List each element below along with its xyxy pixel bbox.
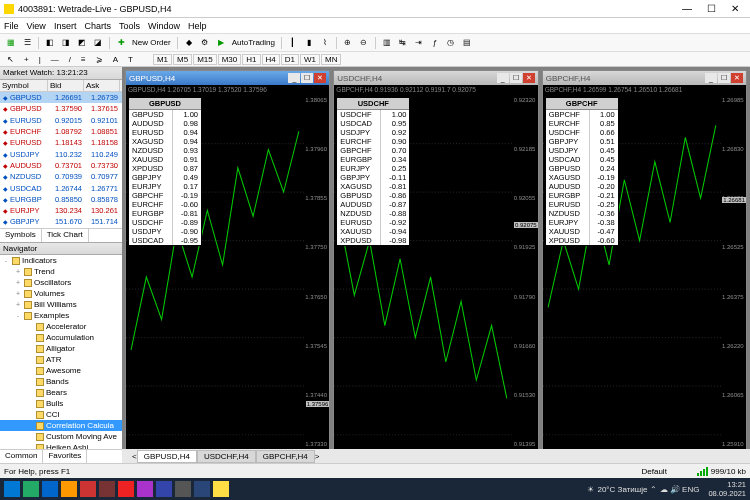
- timeframe-M1[interactable]: M1: [153, 54, 172, 65]
- minimize-button[interactable]: —: [676, 2, 698, 16]
- vline-icon[interactable]: |: [36, 55, 44, 64]
- nav-item[interactable]: Awesome: [0, 365, 122, 376]
- nav-item[interactable]: Accumulation: [0, 332, 122, 343]
- options-icon[interactable]: ⚙: [198, 36, 212, 50]
- timeframe-W1[interactable]: W1: [300, 54, 320, 65]
- market-watch-row[interactable]: EURUSD0.920150.92101: [0, 115, 122, 126]
- terminal-icon[interactable]: ◪: [91, 36, 105, 50]
- line-chart-icon[interactable]: ⌇: [318, 36, 332, 50]
- data-window-icon[interactable]: ◨: [59, 36, 73, 50]
- tray-icons[interactable]: ⌃ ☁ 🔊 ENG: [650, 485, 699, 494]
- bar-chart-icon[interactable]: ┃: [286, 36, 300, 50]
- chart-min-icon[interactable]: _: [288, 73, 300, 83]
- task-icon[interactable]: [23, 481, 39, 497]
- nav-item[interactable]: ATR: [0, 354, 122, 365]
- timeframe-M30[interactable]: M30: [218, 54, 242, 65]
- taskbar-clock[interactable]: 13:2108.09.2021: [708, 480, 746, 498]
- task-icon[interactable]: [61, 481, 77, 497]
- chart-max-icon[interactable]: ☐: [301, 73, 313, 83]
- chart-close-icon[interactable]: ✕: [523, 73, 535, 83]
- task-icon[interactable]: [42, 481, 58, 497]
- nav-item[interactable]: -Examples: [0, 310, 122, 321]
- new-order-button[interactable]: New Order: [130, 38, 173, 47]
- chart-min-icon[interactable]: _: [705, 73, 717, 83]
- task-icon[interactable]: [99, 481, 115, 497]
- tab-common[interactable]: Common: [0, 450, 43, 463]
- chart-close-icon[interactable]: ✕: [314, 73, 326, 83]
- crosshair-icon[interactable]: +: [21, 55, 32, 64]
- chart-tab[interactable]: GBPUSD,H4: [137, 450, 197, 463]
- nav-item[interactable]: +Trend: [0, 266, 122, 277]
- chart-header[interactable]: USDCHF,H4_☐✕: [334, 71, 537, 85]
- market-watch-row[interactable]: USDJPY110.232110.249: [0, 148, 122, 159]
- candle-chart-icon[interactable]: ▮: [302, 36, 316, 50]
- timeframe-D1[interactable]: D1: [281, 54, 299, 65]
- nav-item[interactable]: CCI: [0, 409, 122, 420]
- nav-item[interactable]: +Bill Williams: [0, 299, 122, 310]
- trendline-icon[interactable]: /: [66, 55, 74, 64]
- nav-item[interactable]: -Indicators: [0, 255, 122, 266]
- start-button[interactable]: [4, 481, 20, 497]
- nav-item[interactable]: Custom Moving Ave: [0, 431, 122, 442]
- nav-item[interactable]: Accelerator: [0, 321, 122, 332]
- scroll-icon[interactable]: ⇥: [412, 36, 426, 50]
- new-order-icon[interactable]: ✚: [114, 36, 128, 50]
- timeframe-MN[interactable]: MN: [321, 54, 341, 65]
- menu-window[interactable]: Window: [148, 21, 180, 31]
- nav-item[interactable]: Correlation Calcula: [0, 420, 122, 431]
- chart-window[interactable]: GBPCHF,H4_☐✕ GBPCHF,H4 1.26599 1.26754 1…: [542, 70, 747, 460]
- chart-header[interactable]: GBPCHF,H4_☐✕: [543, 71, 746, 85]
- chart-min-icon[interactable]: _: [497, 73, 509, 83]
- autotrading-icon[interactable]: ▶: [214, 36, 228, 50]
- chart-window[interactable]: USDCHF,H4_☐✕ GBPCHF,H4 0.91936 0.92112 0…: [333, 70, 538, 460]
- task-icon[interactable]: [175, 481, 191, 497]
- navigator-icon[interactable]: ◩: [75, 36, 89, 50]
- navigator-tree[interactable]: -Indicators+Trend+Oscillators+Volumes+Bi…: [0, 255, 122, 449]
- timeframe-M5[interactable]: M5: [173, 54, 192, 65]
- zoom-in-icon[interactable]: ⊕: [341, 36, 355, 50]
- nav-item[interactable]: +Volumes: [0, 288, 122, 299]
- nav-item[interactable]: Bulls: [0, 398, 122, 409]
- menu-view[interactable]: View: [27, 21, 46, 31]
- task-icon[interactable]: [118, 481, 134, 497]
- hline-icon[interactable]: —: [48, 55, 62, 64]
- menu-tools[interactable]: Tools: [119, 21, 140, 31]
- market-watch-list[interactable]: GBPUSD1.266911.26739GBPUSD1.375901.37615…: [0, 92, 122, 228]
- metaeditor-icon[interactable]: ◆: [182, 36, 196, 50]
- task-icon[interactable]: [137, 481, 153, 497]
- chart-window[interactable]: GBPUSD,H4_☐✕ GBPUSD,H4 1.26705 1.37019 1…: [125, 70, 330, 460]
- tab-tick-chart[interactable]: Tick Chart: [42, 229, 89, 242]
- market-watch-icon[interactable]: ◧: [43, 36, 57, 50]
- shift-icon[interactable]: ↹: [396, 36, 410, 50]
- nav-item[interactable]: Bands: [0, 376, 122, 387]
- label-icon[interactable]: T: [125, 55, 136, 64]
- market-watch-row[interactable]: GBPJPY151.670151.714: [0, 216, 122, 227]
- close-button[interactable]: ✕: [724, 2, 746, 16]
- market-watch-row[interactable]: GBPUSD1.375901.37615: [0, 103, 122, 114]
- chart-canvas[interactable]: GBPCHF GBPCHF1.00EURCHF0.85USDCHF0.66GBP…: [543, 95, 746, 459]
- autotrading-button[interactable]: AutoTrading: [230, 38, 277, 47]
- templates-icon[interactable]: ▤: [460, 36, 474, 50]
- tile-icon[interactable]: ▥: [380, 36, 394, 50]
- chart-close-icon[interactable]: ✕: [731, 73, 743, 83]
- market-watch-row[interactable]: GBPUSD1.266911.26739: [0, 92, 122, 103]
- market-watch-row[interactable]: NZDUSD0.709390.70977: [0, 171, 122, 182]
- market-watch-row[interactable]: EURUSD1.181431.18158: [0, 137, 122, 148]
- chart-tab[interactable]: GBPCHF,H4: [256, 450, 315, 463]
- chart-header[interactable]: GBPUSD,H4_☐✕: [126, 71, 329, 85]
- task-icon[interactable]: [80, 481, 96, 497]
- nav-item[interactable]: Heiken Ashi: [0, 442, 122, 449]
- menu-insert[interactable]: Insert: [54, 21, 77, 31]
- fibo-icon[interactable]: ⩾: [93, 55, 106, 64]
- menu-charts[interactable]: Charts: [84, 21, 111, 31]
- weather-widget[interactable]: ☀ 20°C Затишје: [587, 485, 647, 494]
- market-watch-row[interactable]: EURGBP0.858500.85878: [0, 194, 122, 205]
- profiles-icon[interactable]: ☰: [20, 36, 34, 50]
- tab-symbols[interactable]: Symbols: [0, 229, 42, 242]
- chart-canvas[interactable]: USDCHF USDCHF1.00USDCAD0.95USDJPY0.92EUR…: [334, 95, 537, 459]
- cursor-icon[interactable]: ↖: [4, 55, 17, 64]
- chart-max-icon[interactable]: ☐: [510, 73, 522, 83]
- nav-item[interactable]: Bears: [0, 387, 122, 398]
- menu-help[interactable]: Help: [188, 21, 207, 31]
- indicators-icon[interactable]: ƒ: [428, 36, 442, 50]
